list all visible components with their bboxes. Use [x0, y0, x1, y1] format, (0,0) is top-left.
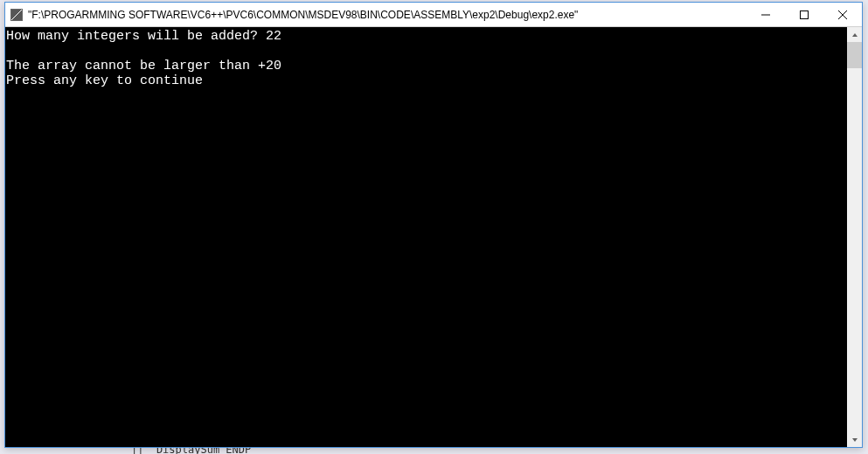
maximize-icon: [800, 10, 809, 19]
window-title: "F:\PROGARMMING SOFTWARE\VC6++\PVC6\COMM…: [28, 9, 746, 21]
console-window: "F:\PROGARMMING SOFTWARE\VC6++\PVC6\COMM…: [4, 2, 863, 448]
app-icon: [10, 9, 23, 21]
chevron-down-icon: [851, 437, 858, 444]
close-button[interactable]: [823, 3, 862, 26]
minimize-icon: [761, 10, 770, 19]
close-icon: [838, 10, 847, 19]
scroll-down-button[interactable]: [847, 432, 862, 447]
titlebar[interactable]: "F:\PROGARMMING SOFTWARE\VC6++\PVC6\COMM…: [5, 3, 862, 27]
svg-rect-0: [801, 10, 809, 18]
chevron-up-icon: [851, 31, 858, 38]
scrollbar-thumb[interactable]: [847, 42, 862, 68]
window-controls: [746, 3, 862, 26]
scroll-up-button[interactable]: [847, 27, 862, 42]
maximize-button[interactable]: [785, 3, 823, 26]
minimize-button[interactable]: [746, 3, 785, 26]
scrollbar-track[interactable]: [847, 42, 862, 432]
client-area: How many integers will be added? 22 The …: [5, 27, 862, 447]
console-output[interactable]: How many integers will be added? 22 The …: [5, 27, 847, 447]
vertical-scrollbar[interactable]: [847, 27, 862, 447]
